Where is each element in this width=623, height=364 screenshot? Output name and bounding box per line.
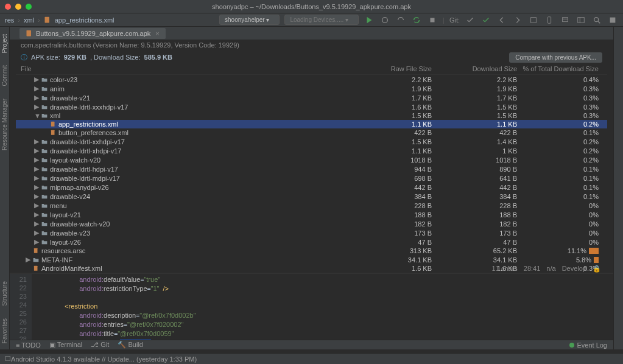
apk-icon: [26, 30, 33, 37]
table-row[interactable]: ▶drawable-ldrtl-hdpi-v17944 B890 B0.1%: [16, 164, 607, 173]
table-row[interactable]: ▶color-v232.2 KB2.2 KB0.4%: [16, 75, 607, 84]
titlebar: shoonyadpc – ~/Downloads/Buttons_v9.5.19…: [0, 0, 623, 13]
lock-icon: 🔒: [593, 265, 601, 273]
table-row[interactable]: ▶META-INF34.1 KB34.1 KB5.8%: [16, 255, 607, 264]
sdk-icon[interactable]: [560, 15, 571, 26]
table-row[interactable]: ▶layout-watch-v201018 B1018 B0.2%: [16, 155, 607, 164]
svg-rect-9: [27, 30, 32, 36]
git-check2-icon[interactable]: [480, 15, 491, 26]
file-table: File Raw File Size Download Size % of To…: [10, 63, 613, 273]
status-left: ☐: [5, 355, 11, 363]
git-fwd-icon[interactable]: [512, 15, 523, 26]
code-editor[interactable]: 11 chars 28:41 n/a Develop 🔒 21222324252…: [10, 273, 613, 340]
svg-rect-10: [51, 122, 55, 127]
profile-icon[interactable]: [395, 15, 406, 26]
table-header: File Raw File Size Download Size % of To…: [16, 63, 607, 75]
traffic-lights: [5, 4, 32, 10]
breadcrumb: res › xml › app_restrictions.xml shoonya…: [0, 13, 623, 27]
table-row[interactable]: ▶drawable-ldrtl-xhdpi-v171.1 KB1 KB0.2%: [16, 146, 607, 155]
run-icon[interactable]: [364, 15, 375, 26]
box-icon[interactable]: [528, 15, 539, 26]
table-row[interactable]: ▼xml1.5 KB1.5 KB0.3%: [16, 111, 607, 120]
xml-file-icon: [44, 16, 51, 24]
svg-rect-5: [563, 17, 568, 21]
code-area[interactable]: android:defaultValue="true" android:rest…: [32, 274, 613, 340]
svg-rect-4: [547, 16, 551, 23]
right-sidebar: [613, 27, 623, 349]
avd-icon[interactable]: [544, 15, 555, 26]
package-info: com.spectralink.buttons (Version Name: 9…: [10, 40, 613, 51]
tool-todo[interactable]: ≡ TODO: [16, 341, 41, 349]
svg-point-1: [382, 17, 388, 23]
table-row[interactable]: ▶mipmap-anydpi-v26442 B442 B0.1%: [16, 183, 607, 192]
layout-icon[interactable]: [575, 15, 586, 26]
tab-apk[interactable]: Buttons_v9.5.19929_apkpure.com.apk ×: [19, 28, 166, 39]
tool-git[interactable]: ⎇ Git: [91, 341, 109, 349]
git-icon[interactable]: Git:: [449, 15, 460, 26]
debug-icon[interactable]: [379, 15, 390, 26]
tool-event-log[interactable]: Event Log: [569, 341, 607, 349]
breadcrumb-file[interactable]: app_restrictions.xml: [55, 16, 114, 24]
window-title: shoonyadpc – ~/Downloads/Buttons_v9.5.19…: [0, 3, 623, 10]
table-row[interactable]: app_restrictions.xml1.1 KB1.1 KB0.2%: [16, 120, 607, 128]
tool-window-bar: ≡ TODO ▣ Terminal ⎇ Git 🔨 Build Event Lo…: [10, 340, 613, 349]
table-row[interactable]: ▶drawable-v23173 B173 B0%: [16, 228, 607, 237]
svg-rect-6: [578, 17, 585, 23]
svg-rect-0: [44, 16, 49, 23]
table-row[interactable]: ▶layout-v21188 B188 B0%: [16, 210, 607, 219]
svg-rect-8: [610, 17, 616, 23]
table-row[interactable]: resources.arsc313 KB65.2 KB11.1%: [16, 247, 607, 255]
settings-icon[interactable]: [607, 15, 618, 26]
editor-tabs: Buttons_v9.5.19929_apkpure.com.apk ×: [10, 27, 613, 40]
table-row[interactable]: ▶layout-v2647 B47 B0%: [16, 237, 607, 247]
editor-status-bar: 11 chars 28:41 n/a Develop 🔒: [480, 264, 613, 273]
close-tab-icon[interactable]: ×: [155, 30, 159, 37]
table-row[interactable]: ▶menu228 B228 B0%: [16, 201, 607, 210]
svg-rect-11: [51, 130, 55, 135]
sidebar-structure[interactable]: Structure: [1, 281, 8, 306]
sidebar-resource-manager[interactable]: Resource Manager: [1, 99, 8, 150]
search-icon[interactable]: [591, 15, 602, 26]
table-row[interactable]: ▶drawable-ldrtl-xxxhdpi-v171.6 KB1.5 KB0…: [16, 102, 607, 111]
git-back-icon[interactable]: [496, 15, 507, 26]
info-icon: ⓘ: [21, 53, 27, 62]
breadcrumb-xml[interactable]: xml: [24, 16, 34, 24]
compare-apk-button[interactable]: Compare with previous APK...: [509, 52, 602, 63]
svg-rect-3: [531, 17, 537, 23]
table-row[interactable]: ▶drawable-ldrtl-mdpi-v17698 B641 B0.1%: [16, 173, 607, 183]
minimize-window[interactable]: [15, 4, 21, 10]
apk-size-line: ⓘ APK size: 929 KB , Download Size: 585.…: [10, 51, 613, 63]
line-gutter: 2122232425262728💡29303132333435363738394…: [10, 274, 32, 340]
status-message[interactable]: Android Studio 4.1.3 available // Update…: [11, 355, 197, 363]
sidebar-project[interactable]: Project: [1, 34, 8, 53]
sidebar-commit[interactable]: Commit: [1, 65, 8, 86]
tool-terminal[interactable]: ▣ Terminal: [49, 341, 82, 349]
tool-build[interactable]: 🔨 Build: [118, 341, 143, 349]
table-row[interactable]: ▶drawable-v211.7 KB1.7 KB0.3%: [16, 93, 607, 102]
device-select[interactable]: shoonyahelper ▾: [219, 15, 280, 25]
svg-point-7: [594, 17, 599, 21]
left-sidebar: Project Commit Resource Manager Structur…: [0, 27, 10, 349]
stop-icon[interactable]: [427, 15, 438, 26]
table-row[interactable]: ▶drawable-watch-v20182 B182 B0%: [16, 219, 607, 228]
table-row[interactable]: ▶drawable-v24384 B384 B0.1%: [16, 192, 607, 201]
table-row[interactable]: ▶drawable-ldrtl-xxhdpi-v171.5 KB1.4 KB0.…: [16, 137, 607, 146]
table-row[interactable]: ▶anim1.9 KB1.9 KB0.3%: [16, 84, 607, 93]
sync-icon[interactable]: [411, 15, 422, 26]
sidebar-favorites[interactable]: Favorites: [1, 318, 8, 343]
loading-devices[interactable]: Loading Devices..... ▾: [284, 15, 359, 25]
svg-rect-13: [34, 266, 38, 271]
svg-rect-2: [431, 18, 435, 22]
svg-rect-12: [34, 248, 38, 253]
git-check-icon[interactable]: [465, 15, 476, 26]
close-window[interactable]: [5, 4, 11, 10]
table-row[interactable]: button_preferences.xml422 B422 B0.1%: [16, 128, 607, 137]
maximize-window[interactable]: [26, 4, 32, 10]
status-bar: ☐ Android Studio 4.1.3 available // Upda…: [0, 353, 623, 364]
breadcrumb-res[interactable]: res: [5, 16, 14, 24]
